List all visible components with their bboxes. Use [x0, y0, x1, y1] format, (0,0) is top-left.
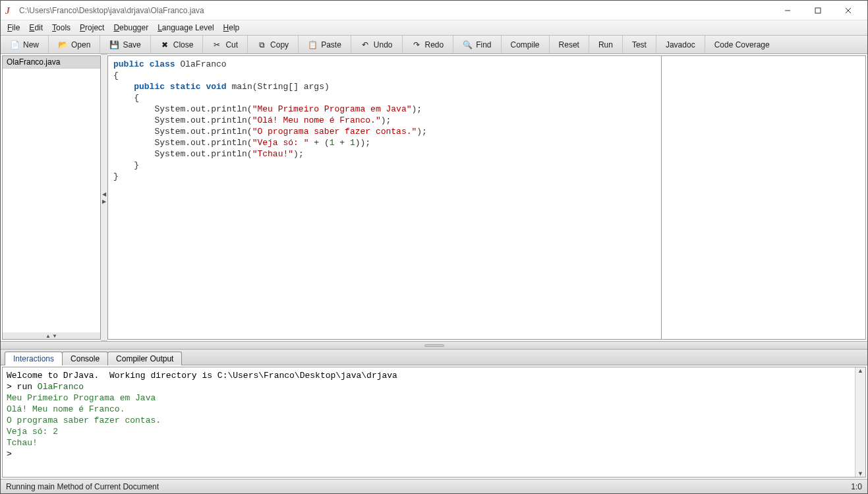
open-label: Open [71, 40, 90, 49]
copy-label: Copy [270, 40, 289, 49]
statusbar: Running main Method of Current Document … [1, 479, 867, 493]
find-button[interactable]: 🔍Find [453, 36, 501, 53]
run-label: Run [598, 40, 613, 49]
app-window: J C:\Users\Franco\Desktop\java\drjava\Ol… [0, 0, 868, 494]
close-button[interactable] [833, 1, 863, 20]
interactions-text[interactable]: Welcome to DrJava. Working directory is … [3, 367, 855, 477]
menu-help[interactable]: Help [219, 22, 244, 34]
scroll-up-icon: ▲ [857, 367, 863, 374]
new-icon: 📄 [10, 40, 19, 49]
out-line-3: O programa saber fazer contas. [7, 416, 161, 425]
reset-label: Reset [559, 40, 579, 49]
console-prompt-2: > [7, 449, 17, 459]
menu-file[interactable]: File [3, 22, 24, 34]
window-title: C:\Users\Franco\Desktop\java\drjava\OlaF… [19, 6, 772, 15]
console-scrollbar[interactable]: ▲▼ [855, 367, 865, 477]
splitter-right-icon: ▶ [102, 199, 106, 204]
tab-interactions[interactable]: Interactions [5, 352, 63, 365]
menu-project[interactable]: Project [76, 22, 108, 34]
copy-button[interactable]: ⧉Copy [248, 36, 299, 53]
minimize-button[interactable] [772, 1, 803, 20]
test-label: Test [632, 40, 647, 49]
close-button-file[interactable]: ✖Close [151, 36, 204, 53]
splitter-left-icon: ◀ [102, 191, 106, 197]
svg-text:J: J [5, 6, 11, 16]
test-button[interactable]: Test [623, 36, 656, 53]
compile-label: Compile [511, 40, 540, 49]
undo-icon: ↶ [361, 40, 370, 49]
out-line-2: Olá! Meu nome é Franco. [7, 404, 125, 414]
coverage-button[interactable]: Code Coverage [705, 36, 779, 53]
editor-right-gutter [662, 55, 866, 340]
find-icon: 🔍 [463, 40, 472, 49]
bottom-tabs: Interactions Console Compiler Output [1, 350, 867, 365]
paste-label: Paste [321, 40, 341, 49]
menubar: File Edit Tools Project Debugger Languag… [1, 20, 867, 36]
open-button[interactable]: 📂Open [49, 36, 100, 53]
menu-edit[interactable]: Edit [25, 22, 47, 34]
interactions-pane: Welcome to DrJava. Working directory is … [2, 367, 866, 478]
cut-button[interactable]: ✂Cut [203, 36, 248, 53]
cursor-position: 1:0 [851, 482, 862, 491]
undo-label: Undo [374, 40, 393, 49]
redo-label: Redo [425, 40, 444, 49]
menu-tools[interactable]: Tools [48, 22, 74, 34]
vertical-splitter[interactable]: ◀▶ [101, 54, 107, 341]
code-editor[interactable]: public class OlaFranco { public static v… [107, 55, 662, 340]
scroll-down-icon: ▼ [857, 470, 863, 477]
run-button[interactable]: Run [589, 36, 623, 53]
file-list-pane: OlaFranco.java ▲ ▼ [2, 55, 101, 340]
console-prompt: > [7, 382, 17, 392]
file-list-collapse[interactable]: ▲ ▼ [3, 332, 100, 339]
maximize-button[interactable] [803, 1, 833, 20]
javadoc-button[interactable]: Javadoc [656, 36, 705, 53]
cut-label: Cut [225, 40, 238, 49]
console-welcome: Welcome to DrJava. Working directory is … [7, 371, 397, 381]
new-button[interactable]: 📄New [1, 36, 49, 53]
menu-debugger[interactable]: Debugger [109, 22, 152, 34]
app-icon: J [5, 5, 15, 16]
editor-wrap: public class OlaFranco { public static v… [107, 55, 866, 340]
save-label: Save [123, 40, 140, 49]
save-button[interactable]: 💾Save [100, 36, 150, 53]
copy-icon: ⧉ [257, 40, 266, 49]
find-label: Find [476, 40, 491, 49]
close-label: Close [173, 40, 194, 49]
svg-rect-2 [815, 8, 821, 13]
main-split: OlaFranco.java ▲ ▼ ◀▶ public class OlaFr… [1, 54, 867, 342]
file-list[interactable]: OlaFranco.java [3, 56, 100, 332]
out-line-4: Veja só: 2 [7, 427, 58, 437]
splitter-handle-icon [424, 344, 444, 347]
reset-button[interactable]: Reset [550, 36, 589, 53]
titlebar: J C:\Users\Franco\Desktop\java\drjava\Ol… [1, 1, 867, 20]
out-line-5: Tchau! [7, 438, 38, 448]
tab-compiler-output[interactable]: Compiler Output [107, 352, 182, 365]
new-label: New [23, 40, 39, 49]
paste-icon: 📋 [308, 40, 317, 49]
toolbar: 📄New 📂Open 💾Save ✖Close ✂Cut ⧉Copy 📋Past… [1, 36, 867, 54]
out-line-1: Meu Primeiro Programa em Java [7, 393, 156, 403]
file-item-olafranco[interactable]: OlaFranco.java [3, 56, 100, 69]
menu-language-level[interactable]: Language Level [154, 22, 217, 34]
tab-console[interactable]: Console [62, 352, 108, 365]
compile-button[interactable]: Compile [502, 36, 550, 53]
save-icon: 💾 [109, 40, 119, 49]
close-file-icon: ✖ [160, 40, 169, 49]
javadoc-label: Javadoc [666, 40, 695, 49]
coverage-label: Code Coverage [714, 40, 770, 49]
open-icon: 📂 [58, 40, 67, 49]
redo-button[interactable]: ↷Redo [403, 36, 454, 53]
horizontal-splitter[interactable] [1, 342, 867, 350]
undo-button[interactable]: ↶Undo [351, 36, 403, 53]
status-message: Running main Method of Current Document [6, 482, 159, 491]
cut-icon: ✂ [212, 40, 221, 49]
paste-button[interactable]: 📋Paste [299, 36, 351, 53]
window-buttons [772, 1, 863, 20]
redo-icon: ↷ [412, 40, 421, 49]
